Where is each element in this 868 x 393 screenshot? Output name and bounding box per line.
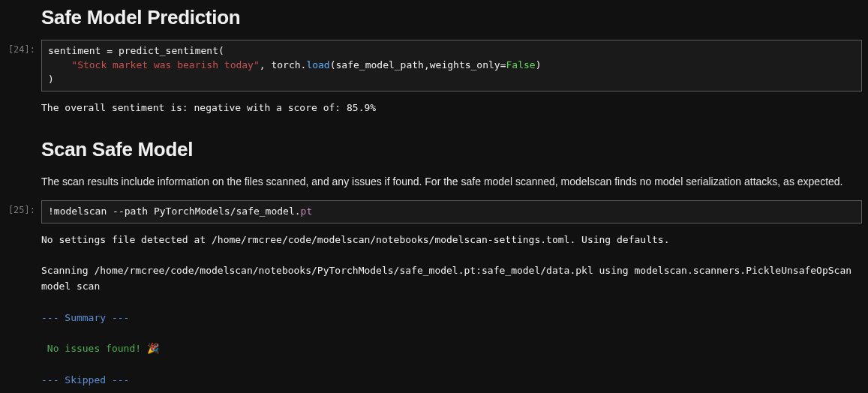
paragraph: The scan results include information on … — [41, 172, 868, 200]
operator: = — [107, 45, 113, 56]
string-literal: "Stock market was bearish today" — [71, 59, 259, 70]
code-text: , torch. — [260, 59, 307, 70]
file-extension: pt — [301, 206, 313, 217]
code-input[interactable]: sentiment = predict_sentiment( "Stock ma… — [41, 40, 862, 92]
code-input[interactable]: !modelscan --path PyTorchModels/safe_mod… — [41, 200, 862, 224]
output-summary-header: --- Summary --- — [41, 312, 129, 323]
code-text: (safe_model_path,weights_only — [330, 59, 500, 70]
code-text: ) — [48, 74, 54, 85]
output-no-issues: No issues found! 🎉 — [41, 343, 159, 354]
output-line: No settings file detected at /home/rmcre… — [41, 234, 669, 245]
notebook: Safe Model Prediction [24]: sentiment = … — [0, 0, 868, 393]
bang: ! — [48, 206, 54, 217]
cell-25: [25]: !modelscan --path PyTorchModels/sa… — [0, 200, 868, 393]
code-text: sentiment — [48, 45, 107, 56]
heading-scan-safe-model: Scan Safe Model — [41, 118, 868, 172]
input-prompt: [24]: — [0, 40, 41, 117]
output-skipped-header: --- Skipped --- — [41, 374, 129, 386]
code-text: predict_sentiment( — [113, 45, 224, 56]
indent — [48, 59, 71, 70]
flag-dashes: -- — [113, 206, 125, 217]
keyword: False — [506, 59, 536, 70]
code-text: safe_model — [236, 206, 294, 217]
input-prompt: [25]: — [0, 200, 41, 393]
output-line: Scanning /home/rmcree/code/modelscan/not… — [41, 265, 857, 292]
heading-safe-model-prediction: Safe Model Prediction — [41, 0, 868, 40]
function-call: load — [306, 59, 329, 70]
code-output: No settings file detected at /home/rmcre… — [41, 224, 868, 393]
dot: . — [295, 206, 301, 217]
code-output: The overall sentiment is: negative with … — [41, 92, 868, 118]
code-text: path PyTorchModels — [125, 206, 230, 217]
operator: = — [500, 59, 506, 70]
code-text: modelscan — [54, 206, 113, 217]
code-text: ) — [536, 59, 542, 70]
cell-24: [24]: sentiment = predict_sentiment( "St… — [0, 40, 868, 117]
